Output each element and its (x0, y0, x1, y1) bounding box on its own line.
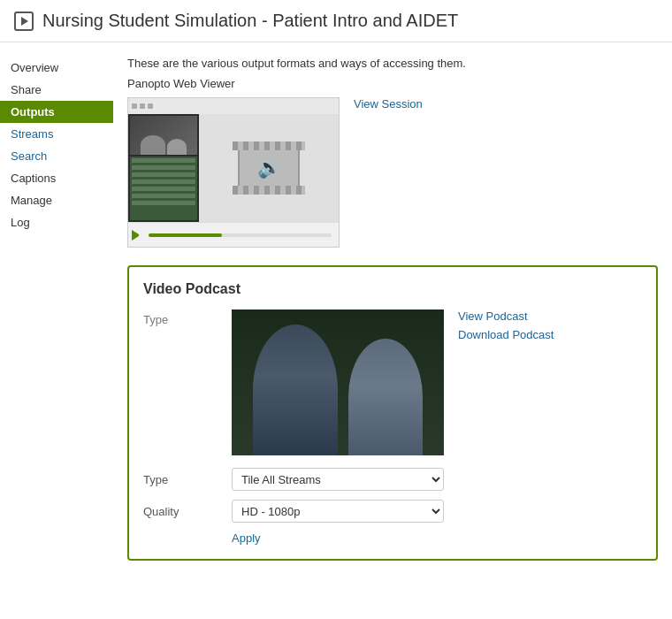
podcast-card: Video Podcast Type View Podcast Download… (127, 265, 658, 561)
type-select[interactable]: Tile All Streams Primary Stream Only Sec… (232, 468, 444, 491)
sidebar-item-outputs[interactable]: Outputs (0, 101, 113, 123)
list-line-3 (132, 172, 195, 177)
type-field-row: Type Tile All Streams Primary Stream Onl… (143, 468, 642, 491)
view-podcast-link[interactable]: View Podcast (458, 310, 554, 323)
film-icon: 🔊 (238, 141, 300, 195)
list-line-2 (132, 165, 195, 170)
apply-link[interactable]: Apply (232, 531, 261, 545)
podcast-video-thumbnail (232, 310, 444, 455)
content-layout: Overview Share Outputs Streams Search Ca… (0, 42, 672, 575)
main-content: These are the various output formats and… (113, 50, 672, 575)
bottom-tabs (128, 247, 339, 248)
sidebar-item-streams[interactable]: Streams (0, 123, 113, 145)
podcast-card-title: Video Podcast (143, 281, 642, 297)
viewer-play-button[interactable] (132, 230, 142, 241)
sidebar: Overview Share Outputs Streams Search Ca… (0, 50, 113, 575)
top-bar-dot-2 (140, 103, 145, 109)
viewer-thumbnail: 🔊 (127, 97, 340, 248)
progress-bar-fill (149, 233, 222, 237)
top-bar-dot-1 (132, 103, 137, 109)
list-line-5 (132, 187, 195, 191)
sidebar-item-captions[interactable]: Captions (0, 167, 113, 189)
podcast-links: View Podcast Download Podcast (458, 310, 554, 341)
film-speaker-icon: 🔊 (257, 157, 281, 180)
list-line-4 (132, 180, 195, 184)
sidebar-item-search[interactable]: Search (0, 145, 113, 167)
viewer-video-thumb (130, 116, 197, 155)
top-bar-dot-3 (148, 103, 153, 109)
list-line-7 (132, 201, 195, 205)
sidebar-item-manage[interactable]: Manage (0, 189, 113, 211)
panopto-section-label: Panopto Web Viewer (127, 77, 658, 90)
viewer-left-panel (128, 114, 199, 222)
download-podcast-link[interactable]: Download Podcast (458, 328, 554, 341)
list-line-6 (132, 194, 195, 198)
podcast-people-graphic (232, 310, 444, 455)
sidebar-item-overview[interactable]: Overview (0, 57, 113, 79)
list-line-1 (132, 158, 195, 163)
viewer-right-panel: 🔊 (199, 114, 339, 222)
podcast-person-left (253, 325, 338, 456)
viewer-top-bar (128, 98, 339, 114)
page-title: Nursing Student Simulation - Patient Int… (42, 11, 458, 31)
viewer-list-items (130, 157, 197, 220)
quality-field-row: Quality HD - 1080p HD - 720p SD - 480p S… (143, 500, 642, 523)
viewer-bottom-bar (128, 222, 339, 247)
page-header: Nursing Student Simulation - Patient Int… (0, 0, 672, 42)
view-session-link[interactable]: View Session (354, 97, 423, 111)
sidebar-item-share[interactable]: Share (0, 79, 113, 101)
quality-select[interactable]: HD - 1080p HD - 720p SD - 480p SD - 360p (232, 500, 444, 523)
progress-bar (149, 233, 332, 237)
play-icon (14, 11, 34, 31)
podcast-type-label: Type (143, 310, 232, 326)
quality-field-label: Quality (143, 505, 232, 518)
podcast-person-right (348, 339, 423, 455)
description-text: These are the various output formats and… (127, 57, 658, 70)
viewer-body: 🔊 (128, 114, 339, 222)
viewer-section: 🔊 View Se (127, 97, 658, 248)
sidebar-item-log[interactable]: Log (0, 211, 113, 233)
type-field-label: Type (143, 473, 232, 486)
podcast-type-row: Type View Podcast Download Podcast (143, 310, 642, 455)
